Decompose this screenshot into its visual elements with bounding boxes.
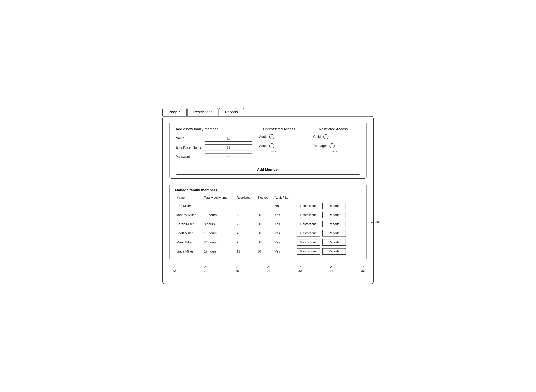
restrictions-button[interactable]: Restrictions: [297, 203, 320, 209]
cell-weekly-time: 17 hours: [202, 247, 235, 256]
ref-24: ↗ 24: [204, 264, 207, 273]
name-row: Name: [176, 135, 252, 142]
reports-button[interactable]: Reports: [322, 239, 346, 246]
cell-adult-filter: No: [273, 201, 295, 210]
unrestricted-title: Unrestricted Access: [259, 127, 299, 131]
adult2-unrestricted-radio[interactable]: [269, 143, 274, 148]
cell-blocked: 50: [256, 210, 273, 219]
manage-title: Manage family members: [175, 188, 361, 192]
cell-adult-filter: Yes: [273, 229, 295, 238]
col-restricted: Restricted: [235, 195, 256, 201]
col-blocked: Blocked: [256, 195, 273, 201]
cell-adult-filter: Yes: [273, 247, 295, 256]
main-container: Add a new family member Name Email/User …: [162, 116, 374, 284]
child-label: Child: [313, 135, 321, 139]
cell-restricted: 28: [235, 229, 256, 238]
add-member-button[interactable]: Add Member: [176, 165, 360, 175]
table-row: Johnny Miller 15 hours 23 50 Yes Restric…: [175, 210, 361, 219]
cell-name: Mary Miller: [175, 238, 202, 247]
cell-name: Linda Miller: [175, 247, 202, 256]
add-member-section: Add a new family member Name Email/User …: [169, 122, 367, 179]
name-label: Name: [176, 136, 203, 140]
reports-button[interactable]: Reports: [322, 248, 346, 255]
cell-actions: Restrictions Reports: [295, 229, 361, 238]
cell-restricted: --: [235, 201, 256, 210]
cell-name: Bob Miller: [175, 201, 202, 210]
adult2-unrestricted-row: Adult: [259, 143, 274, 148]
reports-button[interactable]: Reports: [322, 230, 346, 237]
ref-22-arrow: ↗: [172, 264, 176, 269]
restrictions-button[interactable]: Restrictions: [297, 230, 320, 237]
cell-adult-filter: Yes: [273, 219, 295, 229]
cell-weekly-time: --: [202, 201, 235, 210]
tab-reports[interactable]: Reports: [219, 108, 244, 116]
restricted-col: Restricted Access Child Teenager 18 ↗: [313, 127, 353, 153]
cell-restricted: 23: [235, 210, 256, 219]
name-input[interactable]: [205, 135, 252, 142]
col-name: Name: [175, 195, 202, 201]
restricted-title: Restricted Access: [313, 127, 353, 131]
ref-24-arrow: ↗: [204, 264, 207, 269]
members-table: Name Total weekly time Restricted Blocke…: [175, 195, 361, 256]
add-form: Add a new family member Name Email/User …: [176, 127, 252, 163]
cell-actions: Restrictions Reports: [295, 238, 361, 247]
cell-name: Johnny Miller: [175, 210, 202, 219]
restrictions-button[interactable]: Restrictions: [297, 212, 320, 218]
cell-actions: Restrictions Reports: [295, 210, 361, 219]
ref-30-arrow: ↗: [298, 264, 301, 269]
col-adult-filter: Adult Filter: [273, 195, 295, 201]
ref-28-arrow: ↗: [267, 264, 270, 269]
col-actions: [295, 195, 361, 201]
adult2-unrestricted-label: Adult: [259, 144, 267, 148]
ref-34: ↗ 34: [330, 264, 333, 273]
cell-blocked: 50: [256, 238, 273, 247]
tab-restrictions[interactable]: Restrictions: [187, 108, 219, 116]
email-row: Email/User Name: [176, 144, 252, 151]
add-section-title: Add a new family member: [176, 127, 252, 131]
reports-button[interactable]: Reports: [322, 212, 346, 218]
reports-button[interactable]: Reports: [322, 203, 346, 209]
cell-blocked: 50: [256, 219, 273, 229]
reports-button[interactable]: Reports: [322, 221, 346, 227]
email-label: Email/User Name: [176, 146, 203, 149]
tab-bar: People Restrictions Reports: [162, 108, 374, 116]
ref-22: ↗ 22: [172, 264, 176, 273]
manage-section: Manage family members Name Total weekly …: [169, 184, 367, 260]
table-row: Bob Miller -- -- -- No Restrictions Repo…: [175, 201, 361, 210]
teenager-label: Teenager: [313, 144, 327, 148]
child-radio[interactable]: [323, 134, 328, 139]
adult-unrestricted-label: Adult: [259, 135, 267, 139]
add-section-header: Add a new family member Name Email/User …: [176, 127, 360, 163]
ref-26-arrow: ↗: [235, 264, 238, 269]
ref-18: 18 ↗: [331, 150, 338, 153]
cell-restricted: 7: [235, 238, 256, 247]
restrictions-button[interactable]: Restrictions: [297, 239, 320, 246]
password-input[interactable]: [205, 154, 252, 160]
cell-weekly-time: 15 hours: [202, 210, 235, 219]
teenager-radio[interactable]: [330, 143, 335, 148]
tab-people[interactable]: People: [162, 108, 187, 116]
ref-30: ↗ 30: [298, 264, 302, 273]
table-row: Linda Miller 17 hours 13 50 Yes Restrict…: [175, 247, 361, 256]
cell-actions: Restrictions Reports: [295, 201, 361, 210]
cell-name: Scott Miller: [175, 229, 202, 238]
restrictions-button[interactable]: Restrictions: [297, 221, 320, 227]
password-label: Password: [176, 155, 203, 159]
cell-weekly-time: 10 hours: [202, 229, 235, 238]
ref-36-arrow: ↗: [361, 264, 364, 269]
ref-28: ↗ 28: [267, 264, 270, 273]
child-row: Child: [313, 134, 328, 139]
ref-36: ↗ 36: [361, 264, 365, 273]
col-weekly-time: Total weekly time: [202, 195, 235, 201]
adult-unrestricted-radio[interactable]: [269, 134, 274, 139]
ref-16: 16 ↗: [270, 150, 277, 153]
password-row: Password: [176, 154, 252, 160]
cell-blocked: 50: [256, 229, 273, 238]
restrictions-button[interactable]: Restrictions: [297, 248, 320, 255]
ref-20: ↙ 20: [371, 220, 379, 224]
cell-name: Sarah Miller: [175, 219, 202, 229]
ref-34-arrow: ↗: [330, 264, 333, 269]
email-input[interactable]: [205, 144, 252, 151]
cell-restricted: 22: [235, 219, 256, 229]
cell-adult-filter: Yes: [273, 210, 295, 219]
